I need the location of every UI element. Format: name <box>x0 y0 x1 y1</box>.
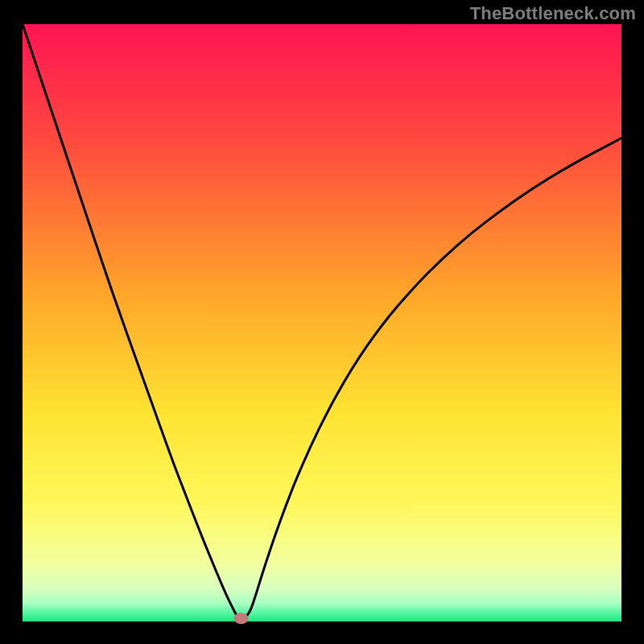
watermark-text: TheBottleneck.com <box>470 3 636 24</box>
chart-gradient-bg <box>23 24 621 621</box>
optimal-point-marker <box>234 613 249 624</box>
chart-frame: TheBottleneck.com <box>0 0 644 644</box>
bottleneck-chart <box>0 0 644 644</box>
